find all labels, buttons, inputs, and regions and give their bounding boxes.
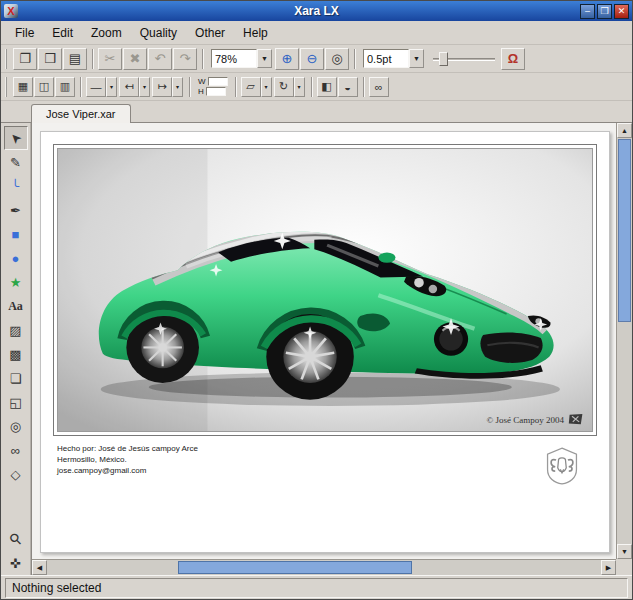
snap-to-grid-button[interactable]: ◫ <box>34 77 54 97</box>
menu-other[interactable]: Other <box>187 23 233 43</box>
line-style-arrow[interactable]: ▾ <box>106 77 117 97</box>
arrow-end-icon: ↦ <box>157 80 166 93</box>
scale-arrow[interactable]: ▾ <box>261 77 272 97</box>
vertical-scroll-thumb[interactable] <box>618 139 631 322</box>
line-width-combo: ▼ <box>363 49 424 68</box>
menu-file[interactable]: File <box>7 23 42 43</box>
credits-line-2: Hermosillo, México. <box>57 455 198 466</box>
delete-button[interactable]: ✖ <box>123 48 147 70</box>
tool-shadow[interactable]: ❏ <box>4 366 28 390</box>
tool-quickshape[interactable]: ★ <box>4 270 28 294</box>
horizontal-scroll-thumb[interactable] <box>178 561 412 574</box>
scroll-left-arrow[interactable]: ◀ <box>32 560 47 575</box>
flip-horizontal-button[interactable]: ◧ <box>317 77 337 97</box>
toolbar-grip[interactable] <box>5 77 9 97</box>
feather-slider[interactable] <box>433 49 495 69</box>
zoom-combo-arrow[interactable]: ▼ <box>257 49 272 68</box>
tool-fill[interactable]: ▨ <box>4 318 28 342</box>
tool-zoom[interactable]: ⚲ <box>4 527 28 551</box>
new-document-button[interactable]: ❐ <box>13 48 37 70</box>
undo-button[interactable]: ↶ <box>148 48 172 70</box>
text-icon: Aa <box>8 299 23 314</box>
save-button[interactable]: ▤ <box>63 48 87 70</box>
tool-pen[interactable]: ✒ <box>4 198 28 222</box>
tool-freehand[interactable]: ✎ <box>4 150 28 174</box>
shadow-icon: ❏ <box>10 371 22 386</box>
tool-bevel[interactable]: ◱ <box>4 390 28 414</box>
save-disk-icon: ▤ <box>69 51 81 66</box>
tool-selector[interactable]: ➤ <box>4 126 28 150</box>
blend-icon: ∞ <box>11 443 20 458</box>
tool-rectangle[interactable]: ■ <box>4 222 28 246</box>
zoom-out-button[interactable]: ⊖ <box>300 48 324 70</box>
canvas-area[interactable]: © José Campoy 2004 Hecho por: José de Je… <box>31 123 632 575</box>
redo-button[interactable]: ↷ <box>173 48 197 70</box>
scroll-down-arrow[interactable]: ▼ <box>617 544 632 559</box>
tool-text[interactable]: Aa <box>4 294 28 318</box>
tool-mould[interactable]: ◇ <box>4 462 28 486</box>
scroll-right-arrow[interactable]: ▶ <box>601 560 616 575</box>
rotate-button[interactable]: ↻ <box>274 77 294 97</box>
pen-icon: ✒ <box>10 203 21 218</box>
horizontal-scrollbar[interactable]: ◀ ▶ <box>32 559 616 575</box>
show-grid-button[interactable]: ▦ <box>13 77 33 97</box>
minimize-button[interactable]: – <box>580 4 595 19</box>
show-guides-button[interactable]: ▥ <box>55 77 75 97</box>
link-aspect-button[interactable]: ∞ <box>369 77 389 97</box>
maximize-button[interactable]: ❒ <box>597 4 612 19</box>
transparency-icon: ▩ <box>9 347 21 362</box>
height-label: H <box>198 87 204 96</box>
scroll-up-arrow[interactable]: ▲ <box>617 123 632 138</box>
rotate-dropdown: ↻ ▾ <box>274 77 305 97</box>
flip-vertical-button[interactable]: ◒ <box>338 77 358 97</box>
menu-quality[interactable]: Quality <box>132 23 185 43</box>
push-hand-icon: ✜ <box>10 556 21 571</box>
line-style-button[interactable]: — <box>86 77 106 97</box>
width-field[interactable] <box>208 77 228 86</box>
titlebar[interactable]: X Xara LX – ❒ ✕ <box>1 1 632 21</box>
line-width-input[interactable] <box>363 49 409 68</box>
redo-arrow-icon: ↷ <box>180 51 191 66</box>
rectangle-icon: ■ <box>12 227 20 242</box>
toolbar-separator <box>354 49 356 69</box>
magnifier-icon: ⚲ <box>5 529 26 550</box>
previous-zoom-button[interactable]: ◎ <box>325 48 349 70</box>
tool-contour[interactable]: ◎ <box>4 414 28 438</box>
menu-edit[interactable]: Edit <box>44 23 81 43</box>
tool-shape-editor[interactable]: ╰ <box>4 174 28 198</box>
height-field[interactable] <box>206 87 226 96</box>
arrow-start-button[interactable]: ↤ <box>119 77 139 97</box>
zoom-in-button[interactable]: ⊕ <box>275 48 299 70</box>
arrow-start-arrow[interactable]: ▾ <box>139 77 150 97</box>
tool-ellipse[interactable]: ● <box>4 246 28 270</box>
menu-help[interactable]: Help <box>235 23 276 43</box>
rotate-arrow[interactable]: ▾ <box>294 77 305 97</box>
snap-magnet-button[interactable]: Ω <box>501 48 525 70</box>
toolbar-separator <box>189 77 191 97</box>
artwork-caption-row: Hecho por: José de Jesús campoy Arce Her… <box>57 444 593 486</box>
menu-zoom[interactable]: Zoom <box>83 23 130 43</box>
scale-button[interactable]: ▱ <box>241 77 261 97</box>
vertical-scrollbar[interactable]: ▲ ▼ <box>616 123 632 559</box>
arrow-end-arrow[interactable]: ▾ <box>172 77 183 97</box>
document-page[interactable]: © José Campoy 2004 Hecho por: José de Je… <box>40 131 610 553</box>
up-triangle-icon: ▲ <box>621 127 628 134</box>
slider-knob[interactable] <box>439 52 448 66</box>
tool-blend[interactable]: ∞ <box>4 438 28 462</box>
artwork-frame: © José Campoy 2004 <box>53 144 597 436</box>
edit-toolbar: ▦ ◫ ▥ — ▾ ↤ ▾ ↦ ▾ W H ▱ <box>1 73 632 101</box>
tool-transparency[interactable]: ▩ <box>4 342 28 366</box>
tab-jose-viper[interactable]: Jose Viper.xar <box>31 104 131 123</box>
toolbar-separator <box>363 77 365 97</box>
toolbar-grip[interactable] <box>5 49 9 69</box>
open-button[interactable]: ❒ <box>38 48 62 70</box>
tool-push[interactable]: ✜ <box>4 551 28 575</box>
main-toolbar: ❐ ❒ ▤ ✂ ✖ ↶ ↷ ▼ ⊕ ⊖ ◎ ▼ Ω <box>1 45 632 73</box>
ellipse-icon: ● <box>12 251 20 266</box>
contour-icon: ◎ <box>10 419 21 434</box>
line-width-combo-arrow[interactable]: ▼ <box>409 49 424 68</box>
cut-button[interactable]: ✂ <box>98 48 122 70</box>
arrow-end-button[interactable]: ↦ <box>152 77 172 97</box>
close-button[interactable]: ✕ <box>614 4 629 19</box>
zoom-input[interactable] <box>211 49 257 68</box>
